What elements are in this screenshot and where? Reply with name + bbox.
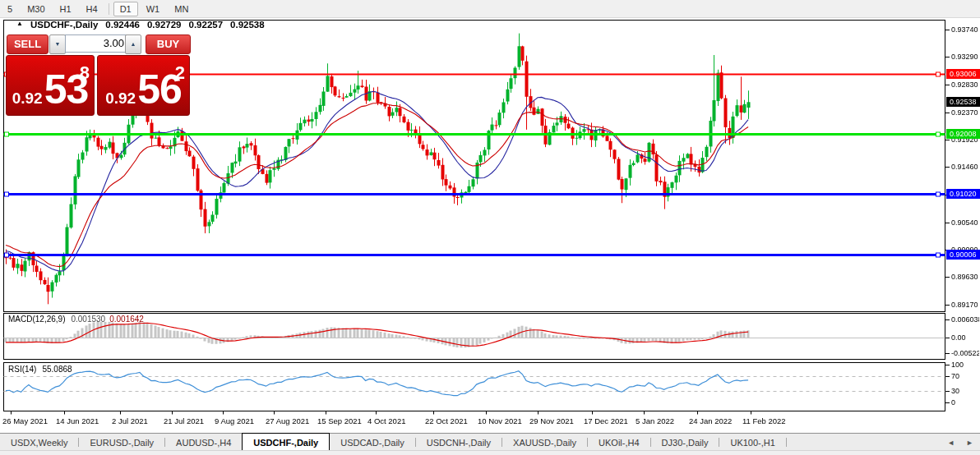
chart-header: ▲ USDCHF-,Daily 0.92446 0.92729 0.92257 … (16, 19, 265, 30)
price-axis-tick: 0.89170 (951, 301, 979, 309)
date-axis-label: 5 Jan 2022 (636, 416, 674, 425)
rsi-value: 55.0868 (42, 365, 72, 374)
collapse-marker-icon[interactable]: ▲ (16, 20, 23, 27)
bar-low-value: 0.92257 (189, 20, 224, 30)
tab-audusd-h4[interactable]: AUDUSD-,H4 (165, 434, 242, 451)
tab-uk100-h1[interactable]: UK100-,H1 (719, 434, 785, 451)
tab-scroll-right-icon[interactable]: ► (966, 439, 973, 447)
rsi-name: RSI(14) (8, 365, 36, 374)
rsi-axis-tick: 30 (951, 387, 979, 395)
price-axis-tick: 0.89630 (951, 273, 979, 281)
bar-open-value: 0.92446 (105, 20, 140, 30)
date-axis-label: 10 Nov 2021 (478, 416, 522, 425)
tab-usdx-weekly[interactable]: USDX,Weekly (0, 434, 78, 451)
buy-button[interactable]: BUY (146, 34, 191, 54)
date-axis-label: 15 Sep 2021 (317, 416, 362, 425)
date-axis-label: 17 Dec 2021 (584, 416, 628, 425)
price-axis-tick: 0.90540 (951, 218, 979, 227)
price-axis-tick: 0.91460 (951, 163, 979, 171)
one-click-trade-panel: SELL ▼ 3.00 ▲ BUY 0.92 53 8 0.92 56 2 (7, 34, 189, 115)
macd-indicator-label: MACD(12,26,9)0.0015300.001642 (8, 315, 144, 324)
chevron-up-icon: ▲ (131, 41, 136, 47)
price-level-badge: 0.92538 (946, 97, 980, 107)
price-level-badge: 0.91020 (946, 189, 980, 199)
chevron-down-icon: ▼ (55, 41, 61, 47)
macd-axis-tick: 0.0060388 (951, 315, 979, 324)
price-level-badge: 0.90006 (946, 250, 980, 260)
tab-usdcnh-daily[interactable]: USDCNH-,Daily (416, 434, 502, 451)
tab-scroll-left-icon[interactable]: ◄ (947, 439, 955, 447)
price-axis-tick: 0.92370 (951, 108, 979, 117)
date-axis-label: 26 May 2021 (2, 416, 48, 425)
tab-usdcad-daily[interactable]: USDCAD-,Daily (330, 434, 415, 451)
rsi-axis-tick: 70 (951, 372, 979, 380)
rsi-axis-tick: 100 (951, 361, 979, 369)
date-axis-label: 29 Nov 2021 (529, 416, 574, 425)
terminal-window: 5 M30 H1 H4 D1 W1 MN ▲ USDCHF-,Daily 0.9… (0, 0, 980, 455)
price-level-badge: 0.92008 (946, 129, 980, 139)
tab-dj30-daily[interactable]: DJ30-,Daily (651, 434, 719, 451)
tab-xauusd-daily[interactable]: XAUUSD-,Daily (502, 434, 587, 451)
tab-eurusd-daily[interactable]: EURUSD-,Daily (79, 434, 164, 451)
buy-price-point: 2 (175, 62, 185, 84)
date-axis-label: 11 Feb 2022 (742, 416, 786, 425)
date-axis-label: 2 Jul 2021 (112, 416, 148, 425)
chart-symbol-label: USDCHF-,Daily (30, 20, 98, 30)
sell-price-point: 8 (80, 62, 90, 84)
sell-price-box[interactable]: 0.92 53 8 (6, 55, 95, 116)
price-axis-tick: 0.93740 (951, 25, 979, 34)
status-strip (0, 450, 980, 455)
date-axis-label: 24 Jan 2022 (689, 416, 732, 425)
rsi-axis-tick: 0 (951, 398, 979, 407)
buy-price-box[interactable]: 0.92 56 2 (97, 55, 190, 116)
bar-high-value: 0.92729 (147, 20, 182, 30)
macd-main-value: 0.001530 (71, 315, 105, 324)
price-axis-tick: 0.93290 (951, 53, 979, 61)
volume-input[interactable]: 3.00 (65, 34, 128, 53)
macd-axis-tick: -0.0052285 (951, 349, 979, 357)
sell-button[interactable]: SELL (7, 34, 49, 54)
date-axis-label: 9 Aug 2021 (215, 416, 254, 425)
volume-increase-button[interactable]: ▲ (125, 34, 141, 54)
macd-axis-tick: 0.00 (951, 333, 979, 342)
date-axis-label: 22 Oct 2021 (425, 416, 468, 425)
tab-scroll-controls: ◄ ► (947, 434, 973, 451)
chart-tab-bar: USDX,Weekly EURUSD-,Daily AUDUSD-,H4 USD… (0, 433, 980, 451)
price-level-badge: 0.93006 (946, 69, 980, 79)
sell-price-prefix: 0.92 (12, 90, 43, 108)
tab-ukoil-h4[interactable]: UKOil-,H4 (588, 434, 650, 451)
date-axis-label: 4 Oct 2021 (368, 416, 405, 425)
tab-usdchf-daily[interactable]: USDCHF-,Daily (242, 433, 330, 451)
rsi-indicator-label: RSI(14)55.0868 (8, 365, 72, 374)
volume-decrease-button[interactable]: ▼ (49, 34, 66, 54)
macd-signal-value: 0.001642 (109, 315, 144, 324)
date-axis-label: 27 Aug 2021 (266, 416, 309, 425)
buy-price-prefix: 0.92 (105, 90, 136, 108)
bar-close-value: 0.92538 (230, 20, 265, 30)
date-axis-label: 14 Jun 2021 (56, 416, 99, 425)
date-axis-label: 21 Jul 2021 (164, 416, 204, 425)
macd-name: MACD(12,26,9) (8, 315, 65, 324)
price-axis-tick: 0.92830 (951, 80, 979, 89)
